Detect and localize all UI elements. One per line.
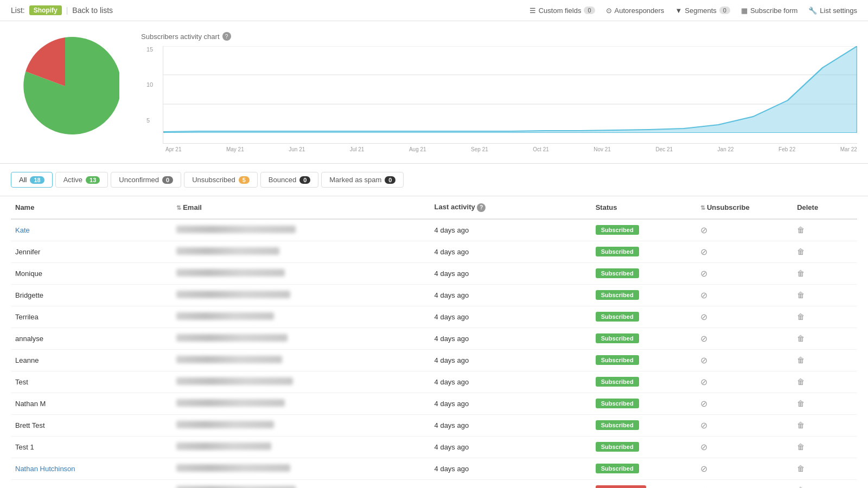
table-row: Kate4 days agoSubscribed⊘🗑 bbox=[11, 219, 857, 241]
subscriber-unsubscribe[interactable]: ⊘ bbox=[696, 458, 793, 479]
subscriber-status: Subscribed bbox=[591, 436, 696, 458]
unsubscribe-icon[interactable]: ⊘ bbox=[700, 356, 707, 365]
status-badge: Subscribed bbox=[596, 333, 639, 343]
subscriber-unsubscribe[interactable]: ⊘ bbox=[696, 393, 793, 414]
delete-icon[interactable]: 🗑 bbox=[797, 399, 805, 408]
table-row: annalyse4 days agoSubscribed⊘🗑 bbox=[11, 328, 857, 349]
delete-icon[interactable]: 🗑 bbox=[797, 442, 805, 451]
header-nav: ☰ Custom fields 0 ⊙ Autoresponders ▼ Seg… bbox=[529, 7, 857, 15]
tab-unsubscribed-count: 5 bbox=[239, 176, 250, 184]
col-header-email[interactable]: Email bbox=[172, 196, 430, 219]
table-body: Kate4 days agoSubscribed⊘🗑Jennifer4 days… bbox=[11, 219, 857, 489]
subscriber-name: Bridgette bbox=[11, 284, 172, 306]
subscriber-delete[interactable]: 🗑 bbox=[793, 436, 857, 458]
subscriber-unsubscribe[interactable]: ⊘ bbox=[696, 371, 793, 393]
subscriber-unsubscribe[interactable]: ⊘ bbox=[696, 414, 793, 436]
status-badge: Subscribed bbox=[596, 377, 639, 387]
subscriber-status: Subscribed bbox=[591, 306, 696, 328]
tab-all[interactable]: All 18 bbox=[11, 172, 53, 188]
subscriber-unsubscribe[interactable]: ⊘ bbox=[696, 262, 793, 284]
shopify-badge: Shopify bbox=[29, 5, 62, 15]
tab-unsubscribed[interactable]: Unsubscribed 5 bbox=[184, 172, 258, 188]
subscriber-delete[interactable]: 🗑 bbox=[793, 306, 857, 328]
unsubscribe-icon[interactable]: ⊘ bbox=[700, 226, 707, 235]
delete-icon[interactable]: 🗑 bbox=[797, 356, 805, 364]
line-chart: Subscribers activity chart ? 15 10 5 bbox=[141, 32, 857, 152]
subscriber-name: Monique bbox=[11, 262, 172, 284]
subscriber-status: Unsubscribed bbox=[591, 479, 696, 488]
subscriber-delete[interactable]: 🗑 bbox=[793, 328, 857, 349]
tab-spam-count: 0 bbox=[385, 176, 395, 184]
subscriber-unsubscribe[interactable]: ⊘ bbox=[696, 241, 793, 262]
subscriber-delete[interactable]: 🗑 bbox=[793, 241, 857, 262]
subscriber-delete[interactable]: 🗑 bbox=[793, 458, 857, 479]
subscriber-email bbox=[172, 479, 430, 488]
subscriber-delete[interactable]: 🗑 bbox=[793, 371, 857, 393]
autoresponders-nav[interactable]: ⊙ Autoresponders bbox=[606, 7, 665, 15]
col-header-unsubscribe[interactable]: Unsubscribe bbox=[696, 196, 793, 219]
subscriber-delete[interactable]: 🗑 bbox=[793, 349, 857, 371]
delete-icon[interactable]: 🗑 bbox=[797, 486, 805, 488]
subscriber-unsubscribe[interactable]: ⊘ bbox=[696, 349, 793, 371]
delete-icon[interactable]: 🗑 bbox=[797, 269, 805, 278]
delete-icon[interactable]: 🗑 bbox=[797, 421, 805, 429]
custom-fields-label: Custom fields bbox=[539, 7, 582, 15]
subscriber-unsubscribe[interactable]: ⊘ bbox=[696, 284, 793, 306]
back-to-lists-link[interactable]: Back to lists bbox=[72, 6, 113, 15]
subscriber-unsubscribe[interactable]: ⊘ bbox=[696, 219, 793, 241]
subscriber-unsubscribe[interactable]: ✓ bbox=[696, 479, 793, 488]
delete-icon[interactable]: 🗑 bbox=[797, 226, 805, 234]
chart-help-icon[interactable]: ? bbox=[222, 32, 231, 41]
tab-active[interactable]: Active 13 bbox=[55, 172, 108, 188]
subscriber-unsubscribe[interactable]: ⊘ bbox=[696, 436, 793, 458]
subscriber-name-link[interactable]: Kate bbox=[15, 226, 30, 234]
subscriber-delete[interactable]: 🗑 bbox=[793, 393, 857, 414]
unsubscribe-icon[interactable]: ⊘ bbox=[700, 377, 707, 387]
segments-nav[interactable]: ▼ Segments 0 bbox=[675, 7, 730, 15]
tab-spam[interactable]: Marked as spam 0 bbox=[321, 172, 404, 188]
subscriber-delete[interactable]: 🗑 bbox=[793, 479, 857, 488]
delete-icon[interactable]: 🗑 bbox=[797, 312, 805, 321]
subscriber-email bbox=[172, 241, 430, 262]
unsubscribe-icon[interactable]: ⊘ bbox=[700, 247, 707, 256]
subscriber-delete[interactable]: 🗑 bbox=[793, 219, 857, 241]
delete-icon[interactable]: 🗑 bbox=[797, 464, 805, 473]
delete-icon[interactable]: 🗑 bbox=[797, 247, 805, 256]
subscriber-delete[interactable]: 🗑 bbox=[793, 414, 857, 436]
unsubscribe-icon[interactable]: ⊘ bbox=[700, 464, 707, 473]
delete-icon[interactable]: 🗑 bbox=[797, 291, 805, 299]
filter-icon: ▼ bbox=[675, 7, 682, 15]
unsubscribe-icon[interactable]: ⊘ bbox=[700, 291, 707, 300]
delete-icon[interactable]: 🗑 bbox=[797, 377, 805, 386]
subscriber-name: Jessica-Lea bbox=[11, 479, 172, 488]
tab-unconfirmed[interactable]: Unconfirmed 0 bbox=[111, 172, 181, 188]
subscriber-last-activity: 4 days ago bbox=[430, 393, 591, 414]
unsubscribe-icon[interactable]: ⊘ bbox=[700, 334, 707, 343]
subscriber-delete[interactable]: 🗑 bbox=[793, 284, 857, 306]
tab-unsubscribed-label: Unsubscribed bbox=[192, 176, 235, 184]
subscriber-email bbox=[172, 414, 430, 436]
subscriber-unsubscribe[interactable]: ⊘ bbox=[696, 328, 793, 349]
unsubscribe-icon[interactable]: ⊘ bbox=[700, 399, 707, 408]
subscriber-unsubscribe[interactable]: ⊘ bbox=[696, 306, 793, 328]
activity-help-icon[interactable]: ? bbox=[477, 203, 486, 212]
chart-x-labels: Apr 21 May 21 Jun 21 Jul 21 Aug 21 Sep 2… bbox=[163, 146, 857, 152]
subscriber-email bbox=[172, 219, 430, 241]
delete-icon[interactable]: 🗑 bbox=[797, 334, 805, 343]
unsubscribe-icon[interactable]: ⊘ bbox=[700, 312, 707, 322]
subscriber-delete[interactable]: 🗑 bbox=[793, 262, 857, 284]
table-row: Monique4 days agoSubscribed⊘🗑 bbox=[11, 262, 857, 284]
subscriber-name-link[interactable]: Nathan Hutchinson bbox=[15, 465, 75, 473]
custom-fields-nav[interactable]: ☰ Custom fields 0 bbox=[529, 7, 595, 15]
unsubscribe-icon[interactable]: ⊘ bbox=[700, 421, 707, 430]
autoresponders-label: Autoresponders bbox=[615, 7, 665, 15]
unsubscribe-icon[interactable]: ⊘ bbox=[700, 442, 707, 452]
subscriber-last-activity: 5 days ago bbox=[430, 479, 591, 488]
unsubscribe-icon[interactable]: ⊘ bbox=[700, 269, 707, 278]
tab-bounced[interactable]: Bounced 0 bbox=[260, 172, 318, 188]
list-settings-nav[interactable]: 🔧 List settings bbox=[808, 7, 857, 15]
subscriber-status: Subscribed bbox=[591, 371, 696, 393]
subscriber-last-activity: 4 days ago bbox=[430, 371, 591, 393]
subscribe-form-nav[interactable]: ▦ Subscribe form bbox=[741, 7, 797, 15]
table-row: Test 14 days agoSubscribed⊘🗑 bbox=[11, 436, 857, 458]
